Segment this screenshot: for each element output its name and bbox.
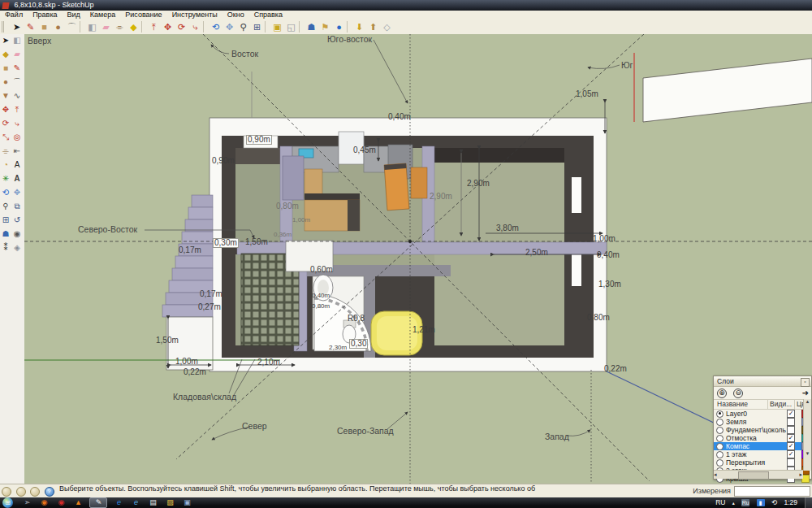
model-info-icon[interactable]: ▣ — [270, 20, 284, 33]
menu-item-3[interactable]: Вид — [63, 11, 85, 20]
add-layer-button[interactable]: ⊕ — [717, 389, 727, 398]
taskbar-item-internet-explorer[interactable]: e — [113, 498, 124, 507]
zoom-extents-icon[interactable]: ⊞ — [250, 20, 264, 33]
layer-active-radio[interactable] — [716, 443, 723, 450]
sync-icon[interactable]: ⟲ — [771, 498, 777, 506]
share-model-icon[interactable]: ⬆ — [366, 20, 380, 33]
column-name[interactable]: Название — [714, 400, 767, 409]
layer-row-1 этаж[interactable]: 1 этаж✓ — [714, 450, 811, 458]
protractor-icon[interactable]: ◔ — [0, 158, 11, 172]
show-desktop-button[interactable] — [805, 497, 812, 508]
zoom-previous-icon[interactable]: ↺ — [11, 214, 23, 227]
credits-icon[interactable] — [16, 487, 26, 497]
language-indicator[interactable]: RU — [715, 498, 725, 506]
claim-credit-icon[interactable] — [30, 487, 40, 497]
tape-measure-icon[interactable]: ⌯ — [0, 145, 11, 158]
taskbar-item-vlc[interactable]: ▲ — [72, 498, 84, 507]
toolbar-handle[interactable] — [2, 21, 9, 33]
column-visible[interactable]: Види... — [767, 400, 794, 409]
rectangle-icon[interactable]: ■ — [37, 20, 51, 33]
pan-icon[interactable]: ✥ — [222, 20, 236, 33]
taskbar-item-document[interactable]: ▤ — [147, 498, 158, 507]
layer-visible-checkbox[interactable] — [787, 418, 795, 426]
circle-icon[interactable]: ● — [0, 76, 11, 89]
freehand-icon[interactable]: ∿ — [11, 89, 23, 102]
taskbar-item-browser[interactable]: e — [130, 498, 141, 507]
scale-icon[interactable]: ⤡ — [0, 131, 11, 144]
google-earth-icon[interactable]: ● — [332, 20, 346, 33]
layers-panel[interactable]: Слои ▫ ⊕ ⊖ ➜ Название Види... Цве Layer0… — [713, 376, 812, 480]
layer-row-Компас[interactable]: Компас✓ — [714, 442, 811, 450]
help-icon[interactable]: ? — [45, 487, 54, 497]
line-icon[interactable]: ✎ — [24, 20, 37, 33]
taskbar-item-explorer-folder[interactable]: ▨ — [164, 498, 175, 507]
layer-active-radio[interactable] — [716, 435, 723, 442]
layers-panel-title[interactable]: Слои — [714, 376, 811, 387]
layer-row-Отмостка[interactable]: Отмостка✓ — [714, 434, 811, 442]
circle-icon[interactable]: ● — [51, 20, 65, 33]
dimension-icon[interactable]: ⇤ — [11, 145, 23, 158]
get-models-icon[interactable]: ⬇ — [352, 20, 366, 33]
tape-measure-icon[interactable]: ⌯ — [113, 20, 127, 33]
menu-item-8[interactable]: Справка — [249, 11, 287, 20]
zoom-icon[interactable]: ⚲ — [0, 200, 11, 213]
look-around-icon[interactable]: ⚑ — [318, 20, 332, 33]
layer-active-radio[interactable] — [716, 419, 723, 426]
layer-visible-checkbox[interactable]: ✓ — [787, 450, 795, 458]
eraser-icon[interactable]: ▰ — [11, 48, 23, 61]
layer-row-Layer0[interactable]: Layer0✓ — [714, 410, 811, 418]
panel-collapse-button[interactable]: ▫ — [801, 378, 810, 387]
select-icon[interactable]: ➤ — [0, 34, 11, 47]
polygon-icon[interactable]: ▼ — [0, 89, 11, 102]
rectangle-icon[interactable]: ■ — [0, 62, 11, 75]
orbit-icon[interactable]: ⟲ — [209, 20, 222, 33]
remove-layer-button[interactable]: ⊖ — [733, 389, 743, 398]
follow-me-icon[interactable]: ⤷ — [11, 117, 23, 130]
push-pull-icon[interactable]: ⤒ — [147, 20, 161, 33]
layer-details-button[interactable]: ➜ — [802, 389, 809, 397]
zoom-icon[interactable]: ⚲ — [236, 20, 250, 33]
3d-text-icon[interactable]: 𝐀 — [11, 172, 23, 185]
menu-item-2[interactable]: Правка — [28, 11, 62, 20]
layer-active-radio[interactable] — [716, 451, 723, 458]
layer-row-Земля[interactable]: Земля — [714, 418, 811, 426]
taskbar-item-firefox[interactable]: ◉ — [38, 498, 50, 507]
follow-me-icon[interactable]: ⤷ — [188, 20, 202, 33]
messenger-icon[interactable]: ▮ — [757, 499, 765, 506]
paint-bucket-icon[interactable]: ◆ — [127, 20, 140, 33]
rotate-icon[interactable]: ⟳ — [0, 117, 11, 130]
make-component-icon[interactable]: ◧ — [11, 34, 23, 47]
materials-icon[interactable]: ◱ — [284, 20, 298, 33]
arc-icon[interactable]: ⌒ — [65, 20, 79, 33]
paint-bucket-icon[interactable]: ◆ — [0, 48, 11, 61]
layer-visible-checkbox[interactable] — [787, 426, 795, 434]
layer-active-radio[interactable] — [716, 410, 723, 418]
layer-active-radio[interactable] — [716, 427, 723, 434]
zoom-extents-icon[interactable]: ⊞ — [0, 214, 11, 227]
pan-icon[interactable]: ✥ — [11, 186, 23, 199]
layers-vertical-scrollbar[interactable]: ▲▼ — [803, 399, 811, 471]
language-badge-icon[interactable]: Ru — [741, 499, 749, 506]
section-plane-icon[interactable]: ◈ — [11, 241, 23, 254]
move-icon[interactable]: ✥ — [0, 103, 11, 116]
fence-wall[interactable] — [643, 59, 812, 122]
taskbar-item-opera[interactable]: ◉ — [55, 498, 67, 507]
offset-icon[interactable]: ◎ — [11, 131, 23, 144]
taskbar-item-app-window[interactable]: ▣ — [181, 498, 192, 507]
layer-visible-checkbox[interactable]: ✓ — [787, 442, 795, 450]
measurements-input[interactable] — [734, 486, 810, 497]
menu-item-1[interactable]: Файл — [0, 11, 28, 20]
taskbar-item-quick-launch[interactable]: ➣ — [21, 498, 32, 507]
zoom-window-icon[interactable]: ⧉ — [11, 200, 23, 213]
line-icon[interactable]: ✎ — [11, 62, 23, 75]
layer-row-Фундамент\цоколь[interactable]: Фундамент\цоколь — [714, 426, 811, 434]
make-component-icon[interactable]: ◧ — [85, 20, 99, 33]
tray-expand-arrow[interactable]: ▴ — [732, 501, 735, 506]
look-around-icon[interactable]: ◉ — [11, 228, 23, 241]
rotate-icon[interactable]: ⟳ — [175, 20, 188, 33]
axes-icon[interactable]: ✳ — [0, 172, 11, 185]
title-bar[interactable]: 6,8x10,8.skp - SketchUp — [0, 0, 812, 11]
eraser-icon[interactable]: ▰ — [99, 20, 113, 33]
geolocation-icon[interactable] — [2, 487, 11, 497]
move-icon[interactable]: ✥ — [161, 20, 175, 33]
